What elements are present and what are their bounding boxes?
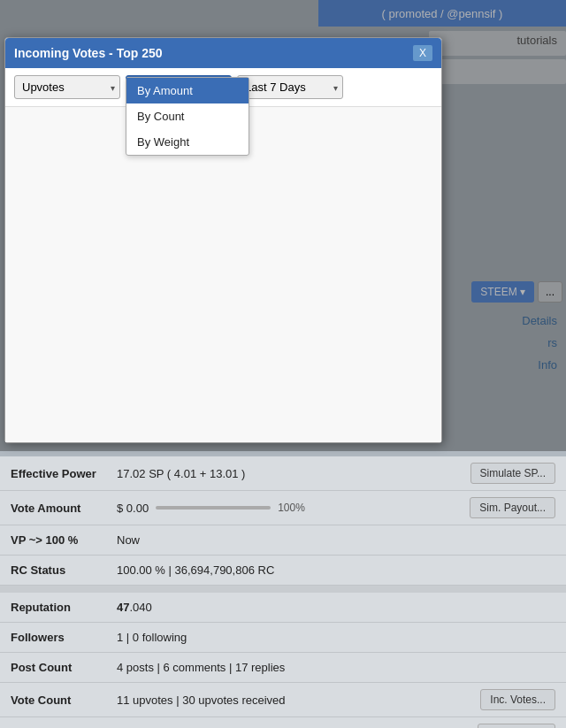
rc-status-row: RC Status 100.00 % | 36,694,790,806 RC: [0, 556, 566, 586]
vote-amount-value-container: $ 0.00 100%: [117, 502, 470, 515]
modal-body: [5, 106, 441, 442]
vote-slider[interactable]: [156, 506, 271, 510]
vote-pct: 100%: [278, 502, 305, 514]
vote-count-row: Vote Count 11 upvotes | 30 upvotes recei…: [0, 683, 566, 717]
stats-separator: [0, 586, 566, 593]
modal-close-button[interactable]: X: [413, 45, 432, 61]
vp-row: VP ~> 100 % Now: [0, 525, 566, 556]
reputation-value: 47.040: [117, 601, 555, 614]
rc-status-label: RC Status: [11, 563, 117, 577]
vote-count-label: Vote Count: [11, 694, 117, 707]
reputation-label: Reputation: [11, 601, 117, 614]
vp-label: VP ~> 100 %: [11, 533, 117, 547]
incoming-votes-modal: Incoming Votes - Top 250 X Upvotes By Am…: [4, 37, 442, 443]
vote-amount-value: $ 0.00: [117, 502, 149, 515]
post-count-row: Post Count 4 posts | 6 comments | 17 rep…: [0, 653, 566, 683]
inc-votes-button[interactable]: Inc. Votes...: [480, 689, 555, 710]
vote-count-value: 11 upvotes | 30 upvotes received: [117, 694, 480, 707]
vote-amount-label: Vote Amount: [11, 502, 117, 515]
effective-power-label: Effective Power: [11, 467, 117, 480]
out-votes-button[interactable]: Out. Votes...: [478, 724, 555, 728]
stats-area: Effective Power 17.02 SP ( 4.01 + 13.01 …: [0, 456, 566, 728]
post-count-label: Post Count: [11, 661, 117, 674]
upvotes-select[interactable]: Upvotes: [14, 75, 120, 99]
followers-value: 1 | 0 following: [117, 631, 555, 644]
effective-power-value: 17.02 SP ( 4.01 + 13.01 ): [117, 467, 470, 480]
vp-value: Now: [117, 533, 555, 547]
reputation-main: 47: [117, 601, 129, 614]
sort-dropdown-menu: By Amount By Count By Weight: [126, 77, 249, 156]
simulate-sp-button[interactable]: Simulate SP...: [470, 463, 555, 484]
voting-csi-row: Voting CSI [ ? ] ( 0.00 % self, 0 upvote…: [0, 717, 566, 728]
post-count-value: 4 posts | 6 comments | 17 replies: [117, 661, 555, 674]
reputation-row: Reputation 47.040: [0, 593, 566, 623]
vote-amount-row: Vote Amount $ 0.00 100% Sim. Payout...: [0, 491, 566, 525]
days-select[interactable]: Last 7 Days: [237, 75, 343, 99]
reputation-decimal: .040: [129, 601, 151, 614]
sim-payout-button[interactable]: Sim. Payout...: [470, 497, 555, 518]
followers-row: Followers 1 | 0 following: [0, 623, 566, 653]
rc-status-value: 100.00 % | 36,694,790,806 RC: [117, 563, 555, 577]
effective-power-row: Effective Power 17.02 SP ( 4.01 + 13.01 …: [0, 456, 566, 491]
modal-header: Incoming Votes - Top 250 X: [5, 38, 441, 68]
modal-title: Incoming Votes - Top 250: [14, 46, 163, 60]
dropdown-item-by-weight[interactable]: By Weight: [126, 129, 249, 155]
dropdown-item-by-amount[interactable]: By Amount: [126, 78, 249, 103]
days-select-wrapper: Last 7 Days: [237, 75, 343, 99]
followers-label: Followers: [11, 631, 117, 644]
dropdown-item-by-count[interactable]: By Count: [126, 103, 249, 129]
upvotes-select-wrapper: Upvotes: [14, 75, 120, 99]
